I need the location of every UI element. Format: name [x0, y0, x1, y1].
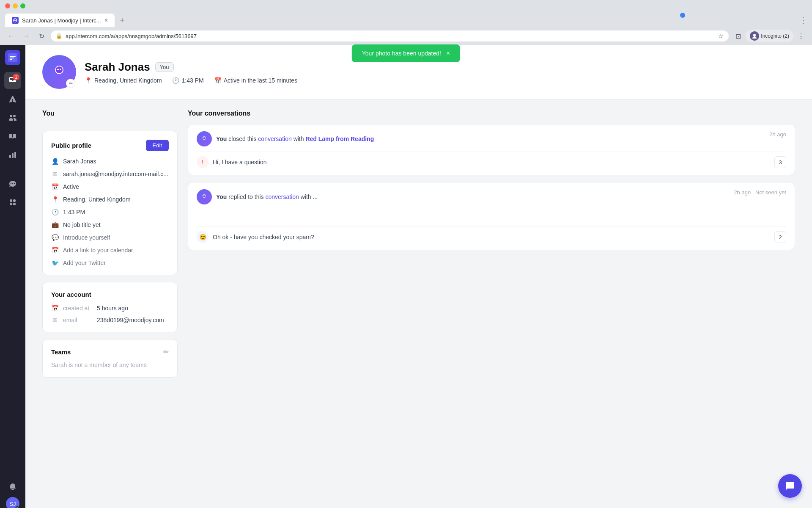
tab-close-icon[interactable]: ×	[104, 17, 108, 24]
browser-menu-button[interactable]: ⋮	[795, 30, 807, 42]
calendar-account-icon: 📅	[51, 305, 59, 312]
sidebar-item-inbox[interactable]: 1	[4, 72, 21, 89]
card-title: Public profile	[51, 142, 91, 149]
forward-button[interactable]: →	[20, 30, 32, 42]
conv-actor-name-2: You	[216, 193, 227, 200]
sidebar-item-reports[interactable]	[4, 146, 21, 163]
toast-close-button[interactable]: ×	[446, 50, 450, 57]
person-icon: 👤	[51, 158, 59, 165]
conv-actor-2: You replied to this conversation with ..…	[197, 189, 318, 204]
conv-count-1: 3	[774, 156, 786, 168]
location-text: Reading, United Kingdom	[94, 77, 162, 84]
field-intro[interactable]: 💬 Introduce yourself	[51, 234, 169, 241]
profile-name: Sarah Jonas	[85, 61, 150, 74]
svg-point-9	[57, 69, 59, 70]
email-value: 238d0199@moodjoy.com	[97, 317, 164, 323]
profile-meta: 📍 Reading, United Kingdom 🕐 1:43 PM 📅 Ac…	[85, 77, 795, 84]
field-time-value: 1:43 PM	[63, 209, 85, 215]
tab-overflow-button[interactable]: ⋮	[799, 16, 807, 25]
clock-icon: 🕐	[51, 209, 59, 215]
account-card-title: Your account	[51, 291, 91, 298]
browser-tab-active[interactable]: Sarah Jonas | Moodjoy | Interc... ×	[5, 14, 115, 27]
traffic-light-maximize[interactable]	[20, 3, 25, 8]
sidebar-item-notifications[interactable]	[4, 478, 21, 495]
field-name: 👤 Sarah Jonas	[51, 158, 169, 165]
calendar-icon: 📅	[51, 247, 59, 254]
conv-actor-name-1: You	[216, 135, 227, 142]
sidebar-item-contacts[interactable]	[4, 109, 21, 126]
incognito-avatar	[750, 31, 759, 41]
account-fields: 📅 created at 5 hours ago ✉ email 238d019…	[51, 305, 169, 323]
profile-location: 📍 Reading, United Kingdom	[85, 77, 162, 84]
conv-actor-text-1: You closed this conversation with Red La…	[216, 135, 374, 142]
conv-preview-text-2: Oh ok - have you checked your spam?	[213, 234, 314, 240]
conv-actor-1: You closed this conversation with Red La…	[197, 131, 374, 146]
field-job: 💼 No job title yet	[51, 221, 169, 228]
svg-point-13	[203, 138, 204, 138]
svg-point-17	[203, 196, 204, 196]
sidebar-item-knowledge[interactable]	[4, 128, 21, 145]
conv-count-2: 2	[774, 231, 786, 243]
email-account-icon: ✉	[51, 317, 59, 323]
traffic-light-minimize[interactable]	[13, 3, 18, 8]
field-location-value: Reading, United Kingdom	[63, 196, 131, 203]
chat-widget-button[interactable]	[778, 474, 802, 498]
svg-point-10	[60, 69, 61, 70]
sidebar-item-apps[interactable]	[4, 194, 21, 211]
teams-edit-button[interactable]: ✏	[163, 348, 169, 356]
conv-action-2: replied to this	[228, 193, 265, 200]
chat-icon: 💬	[51, 234, 59, 241]
incognito-label: Incognito (2)	[761, 33, 789, 39]
conv-link-1[interactable]: conversation	[258, 135, 291, 142]
conversation-card-1[interactable]: You closed this conversation with Red La…	[188, 124, 795, 175]
traffic-light-close[interactable]	[5, 3, 10, 8]
account-card-header: Your account	[51, 291, 169, 298]
edit-button[interactable]: Edit	[146, 140, 169, 151]
conv-action-1: closed this	[228, 135, 258, 142]
field-status-value: Active	[63, 183, 79, 190]
teams-header: Teams ✏	[51, 348, 169, 356]
new-tab-button[interactable]: +	[116, 14, 128, 26]
you-badge: You	[155, 62, 174, 72]
extensions-button[interactable]: ⊡	[732, 30, 744, 42]
back-button[interactable]: ←	[5, 30, 17, 42]
tab-title: Sarah Jonas | Moodjoy | Interc...	[22, 17, 101, 24]
sidebar-item-messages[interactable]	[4, 91, 21, 108]
conv-preposition-1: with	[294, 135, 306, 142]
incognito-button[interactable]: Incognito (2)	[746, 30, 793, 42]
avatar-edit-button[interactable]: ✏	[66, 79, 75, 88]
activity-icon: 📅	[214, 77, 221, 84]
conversation-card-2[interactable]: You replied to this conversation with ..…	[188, 182, 795, 250]
conv-target-1[interactable]: Red Lamp from Reading	[305, 135, 374, 142]
conv-link-2[interactable]: conversation	[265, 193, 299, 200]
email-label: email	[63, 317, 93, 323]
reload-button[interactable]: ↻	[36, 30, 47, 42]
field-job-value: No job title yet	[63, 221, 101, 228]
address-bar[interactable]: 🔒 app.intercom.com/a/apps/nnsgmgob/admin…	[51, 30, 729, 41]
field-status: 📅 Active	[51, 183, 169, 190]
toast-notification: Your photo has been updated! ×	[352, 45, 460, 62]
status-dot	[15, 506, 19, 508]
field-location: 📍 Reading, United Kingdom	[51, 196, 169, 203]
svg-point-18	[205, 196, 206, 196]
time-text: 1:43 PM	[182, 77, 204, 84]
field-intro-value: Introduce yourself	[63, 234, 110, 241]
bookmark-icon[interactable]: ☆	[718, 33, 724, 39]
field-twitter[interactable]: 🐦 Add your Twitter	[51, 260, 169, 266]
conv-actor-text-2: You replied to this conversation with ..…	[216, 193, 318, 200]
public-profile-card: Public profile Edit 👤 Sarah Jonas ✉ sara…	[42, 131, 178, 275]
user-avatar[interactable]: SJ	[6, 497, 19, 508]
field-calendar[interactable]: 📅 Add a link to your calendar	[51, 247, 169, 254]
profile-info: Sarah Jonas You 📍 Reading, United Kingdo…	[85, 61, 795, 84]
conv-preview-text-1: Hi, I have a question	[213, 159, 267, 166]
created-value: 5 hours ago	[97, 305, 128, 312]
sidebar-item-conversations[interactable]	[4, 175, 21, 192]
url-text: app.intercom.com/a/apps/nnsgmgob/admins/…	[66, 33, 715, 39]
lock-icon: 🔒	[56, 33, 62, 39]
profile-time: 🕐 1:43 PM	[172, 77, 204, 84]
svg-rect-4	[10, 56, 16, 57]
app-logo[interactable]	[5, 50, 20, 65]
field-email: ✉ sarah.jonas@moodjoy.intercom-mail.c...	[51, 171, 169, 177]
conv-actor-avatar-2	[197, 189, 212, 204]
conv-preview-icon-2: 😊	[197, 231, 208, 243]
